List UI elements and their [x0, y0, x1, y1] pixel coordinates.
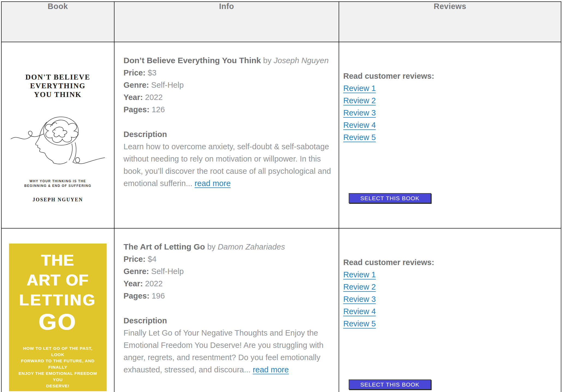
- cover-subtitle-line: WHY YOUR THINKING IS THE: [9, 179, 107, 184]
- pages-label: Pages:: [124, 291, 149, 300]
- genre-line: Genre: Self-Help: [124, 79, 333, 91]
- cover-subtitle-line: BEGINNING & END OF SUFFERING: [9, 184, 107, 188]
- description-block: Description Learn how to overcome anxiet…: [124, 128, 333, 190]
- description-heading: Description: [124, 315, 333, 327]
- price-label: Price:: [124, 255, 146, 263]
- pages-line: Pages: 196: [124, 290, 333, 302]
- pages-value: 196: [152, 291, 165, 300]
- books-table: Book Info Reviews DON'T BELIEVE EVERYTHI…: [1, 1, 561, 392]
- year-label: Year:: [124, 93, 143, 102]
- cover-title-line: DON'T BELIEVE: [9, 73, 107, 81]
- review-link-1[interactable]: Review 1: [343, 82, 376, 95]
- price-value: $3: [148, 68, 156, 77]
- price-line: Price: $4: [124, 253, 333, 265]
- tangled-mind-line-art: [10, 114, 105, 165]
- cover-title-line: THE: [9, 250, 107, 270]
- year-line: Year: 2022: [124, 91, 333, 104]
- book-title: The Art of Letting Go: [124, 242, 205, 251]
- book-info: The Art of Letting Go by Damon Zahariade…: [124, 241, 333, 376]
- by-word: by: [207, 242, 216, 251]
- book-cover-dont-believe: DON'T BELIEVE EVERYTHING YOU THINK: [9, 56, 107, 211]
- pages-line: Pages: 126: [124, 104, 333, 116]
- review-link-2[interactable]: Review 2: [343, 95, 376, 107]
- reviews-heading: Read customer reviews:: [343, 70, 555, 82]
- price-value: $4: [148, 255, 156, 263]
- cover-subtitle: WHY YOUR THINKING IS THE BEGINNING & END…: [9, 179, 107, 188]
- book-info-cell: The Art of Letting Go by Damon Zahariade…: [114, 228, 339, 392]
- page: Book Info Reviews DON'T BELIEVE EVERYTHI…: [0, 0, 563, 392]
- cover-title-line: EVERYTHING: [9, 81, 107, 90]
- read-more-link[interactable]: read more: [195, 179, 231, 188]
- reviews-heading: Read customer reviews:: [343, 256, 555, 269]
- year-value: 2022: [145, 93, 163, 102]
- book-cover-cell: DON'T BELIEVE EVERYTHING YOU THINK: [1, 42, 114, 228]
- pages-label: Pages:: [124, 105, 149, 114]
- price-label: Price:: [124, 68, 146, 77]
- genre-value: Self-Help: [151, 267, 184, 276]
- column-header-reviews: Reviews: [339, 2, 561, 42]
- cover-title-line: YOU THINK: [9, 90, 107, 99]
- year-line: Year: 2022: [124, 278, 333, 290]
- description-text: Finally Let Go of Your Negative Thoughts…: [124, 329, 323, 374]
- book-title-line: The Art of Letting Go by Damon Zahariade…: [124, 241, 333, 253]
- select-this-book-button[interactable]: SELECT THIS BOOK: [349, 379, 431, 390]
- cover-author: JOSEPH NGUYEN: [9, 197, 107, 203]
- book-info: Don’t Believe Everything You Think by Jo…: [124, 54, 333, 190]
- cover-subtitle-line: ENJOY THE EMOTIONAL FREEDOM YOU: [16, 370, 100, 383]
- description-block: Description Finally Let Go of Your Negat…: [124, 315, 333, 376]
- cover-title-line: LETTING: [9, 290, 107, 310]
- book-cover-art-of-letting-go: THE ART OF LETTING GO HOW TO LET GO OF T…: [9, 244, 107, 391]
- book-author: Joseph Nguyen: [274, 56, 329, 65]
- review-link-2[interactable]: Review 2: [343, 281, 376, 293]
- table-row: THE ART OF LETTING GO HOW TO LET GO OF T…: [1, 228, 561, 392]
- column-header-book: Book: [1, 2, 114, 42]
- cover-subtitle-line: DESERVE!: [16, 383, 100, 389]
- review-link-4[interactable]: Review 4: [343, 119, 376, 131]
- genre-value: Self-Help: [151, 81, 184, 89]
- cover-title-line: GO: [9, 310, 107, 334]
- cover-title-line: ART OF: [9, 270, 107, 290]
- year-label: Year:: [124, 279, 143, 288]
- reviews-cell: Read customer reviews: Review 1 Review 2…: [339, 42, 561, 228]
- by-word: by: [263, 56, 272, 65]
- genre-label: Genre:: [124, 81, 149, 89]
- book-title: Don’t Believe Everything You Think: [124, 56, 261, 65]
- read-more-link[interactable]: read more: [253, 365, 289, 374]
- book-title-line: Don’t Believe Everything You Think by Jo…: [124, 54, 333, 67]
- review-link-5[interactable]: Review 5: [343, 318, 376, 330]
- book-info-cell: Don’t Believe Everything You Think by Jo…: [114, 42, 339, 228]
- book-cover-cell: THE ART OF LETTING GO HOW TO LET GO OF T…: [1, 228, 114, 392]
- select-this-book-button[interactable]: SELECT THIS BOOK: [349, 193, 431, 203]
- price-line: Price: $3: [124, 67, 333, 79]
- genre-line: Genre: Self-Help: [124, 265, 333, 278]
- cover-subtitle-line: HOW TO LET GO OF THE PAST, LOOK: [16, 345, 100, 358]
- review-link-4[interactable]: Review 4: [343, 305, 376, 318]
- pages-value: 126: [152, 105, 165, 114]
- genre-label: Genre:: [124, 267, 149, 276]
- description-heading: Description: [124, 128, 333, 141]
- cover-subtitle-line: FORWARD TO THE FUTURE, AND FINALLY: [16, 358, 100, 370]
- review-link-1[interactable]: Review 1: [343, 269, 376, 281]
- book-author: Damon Zahariades: [218, 242, 285, 251]
- review-link-5[interactable]: Review 5: [343, 131, 376, 144]
- review-link-3[interactable]: Review 3: [343, 293, 376, 305]
- table-row: DON'T BELIEVE EVERYTHING YOU THINK: [1, 42, 561, 228]
- review-link-3[interactable]: Review 3: [343, 107, 376, 119]
- cover-title: THE ART OF LETTING GO: [9, 244, 107, 334]
- reviews-cell: Read customer reviews: Review 1 Review 2…: [339, 228, 561, 392]
- column-header-info: Info: [114, 2, 339, 42]
- year-value: 2022: [145, 279, 163, 288]
- table-header-row: Book Info Reviews: [1, 2, 561, 42]
- cover-title: DON'T BELIEVE EVERYTHING YOU THINK: [9, 56, 107, 99]
- cover-subtitle: HOW TO LET GO OF THE PAST, LOOK FORWARD …: [9, 345, 107, 389]
